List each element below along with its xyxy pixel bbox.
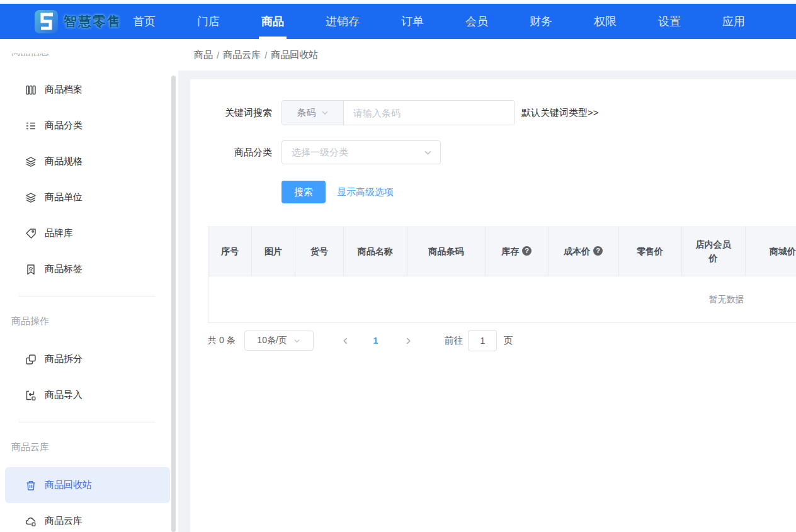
- nav-item-product[interactable]: 商品: [261, 4, 284, 39]
- category-row: 商品分类 选择一级分类: [208, 140, 796, 164]
- prev-page-button[interactable]: [341, 337, 350, 345]
- sidebar-scrollbar[interactable]: [171, 76, 176, 532]
- keyword-search-group: 条码: [281, 100, 515, 125]
- show-advanced-options-link[interactable]: 显示高级选项: [337, 186, 394, 198]
- page-size-value: 10条/页: [257, 335, 287, 346]
- sidebar-item-product-tags[interactable]: 商品标签: [5, 251, 170, 287]
- bookmark-star-icon: [25, 264, 37, 275]
- breadcrumb-cloud-library[interactable]: 商品云库: [223, 49, 261, 61]
- import-icon: [25, 390, 37, 401]
- goto-page-suffix: 页: [503, 335, 513, 347]
- breadcrumb-recycle-bin: 商品回收站: [271, 49, 318, 61]
- default-keyword-type-link[interactable]: 默认关键词类型>>: [521, 107, 599, 119]
- nav-menu: 首页 门店 商品 进销存 订单 会员 财务 权限 设置 应用: [133, 4, 745, 39]
- content-gap: [178, 71, 796, 79]
- breadcrumb-product[interactable]: 商品: [194, 49, 213, 61]
- sidebar-item-product-cloud-library[interactable]: 商品云库: [5, 503, 170, 532]
- top-navbar: 智慧零售 首页 门店 商品 进销存 订单 会员 财务 权限 设置 应用: [0, 4, 796, 39]
- sidebar-item-product-archive[interactable]: 商品档案: [5, 72, 170, 108]
- col-barcode: 商品条码: [407, 226, 486, 276]
- nav-item-finance[interactable]: 财务: [530, 4, 552, 39]
- content-card: 关键词搜索 条码 默认关键词类型>> 商品分类 选择一级分类: [190, 79, 796, 532]
- page-size-select[interactable]: 10条/页: [244, 331, 314, 351]
- current-page-number[interactable]: 1: [373, 336, 378, 346]
- sidebar-item-label: 商品规格: [45, 156, 82, 167]
- sidebar-item-label: 商品档案: [45, 84, 82, 96]
- help-icon[interactable]: ?: [593, 246, 603, 256]
- category-label: 商品分类: [208, 147, 272, 159]
- sidebar-item-label: 商品标签: [45, 263, 82, 275]
- chevron-down-icon: [424, 149, 432, 157]
- sidebar-section-label-clipped: 商品信息: [0, 39, 178, 72]
- split-icon: [25, 354, 37, 365]
- keyword-search-row: 关键词搜索 条码 默认关键词类型>>: [208, 100, 796, 125]
- layers-icon: [25, 192, 37, 203]
- sidebar-item-label: 商品回收站: [45, 479, 92, 491]
- tag-icon: [25, 228, 37, 239]
- breadcrumb-separator: /: [217, 50, 219, 60]
- chevron-down-icon: [293, 337, 300, 344]
- nav-item-members[interactable]: 会员: [465, 4, 488, 39]
- col-cost-price: 成本价 ?: [549, 226, 619, 276]
- keyword-type-select[interactable]: 条码: [282, 101, 344, 125]
- nav-item-apps[interactable]: 应用: [722, 4, 745, 39]
- category-placeholder: 选择一级分类: [292, 147, 348, 159]
- category-select[interactable]: 选择一级分类: [281, 140, 441, 164]
- next-page-button[interactable]: [404, 337, 412, 345]
- help-icon[interactable]: ?: [522, 246, 532, 256]
- sidebar-section-label: 商品操作: [11, 314, 178, 327]
- search-button[interactable]: 搜索: [281, 181, 326, 203]
- keyword-search-input[interactable]: [344, 101, 515, 125]
- product-table: 序号 图片 货号 商品名称 商品条码 库存 ? 成本价 ? 零售: [208, 226, 796, 323]
- nav-item-home[interactable]: 首页: [133, 4, 156, 39]
- col-index: 序号: [208, 226, 252, 276]
- nav-item-permissions[interactable]: 权限: [594, 4, 617, 39]
- sidebar-item-product-import[interactable]: 商品导入: [5, 377, 170, 413]
- sidebar-item-product-unit[interactable]: 商品单位: [5, 179, 170, 215]
- archive-books-icon: [25, 84, 37, 96]
- nav-item-store[interactable]: 门店: [197, 4, 220, 39]
- sidebar-item-product-split[interactable]: 商品拆分: [5, 341, 170, 377]
- nav-item-orders[interactable]: 订单: [401, 4, 424, 39]
- sidebar-item-label: 商品拆分: [45, 353, 82, 365]
- breadcrumb: 商品 / 商品云库 / 商品回收站: [178, 39, 796, 71]
- pagination: 共 0 条 10条/页 1 前往 页: [208, 330, 796, 351]
- chevron-left-icon: [341, 337, 350, 345]
- sidebar-item-label: 商品单位: [45, 191, 82, 203]
- chevron-right-icon: [404, 337, 412, 345]
- sidebar-section-label: 商品云库: [11, 440, 178, 453]
- category-list-icon: [25, 120, 37, 132]
- app-logo[interactable]: 智慧零售: [0, 10, 122, 33]
- sidebar-item-label: 商品导入: [45, 389, 82, 401]
- table-header-row: 序号 图片 货号 商品名称 商品条码 库存 ? 成本价 ? 零售: [208, 226, 796, 276]
- col-item-no: 货号: [295, 226, 344, 276]
- nav-item-settings[interactable]: 设置: [658, 4, 681, 39]
- sidebar-item-label: 商品分类: [45, 120, 82, 132]
- col-member-price: 店内会员价: [682, 226, 746, 276]
- col-mall-price: 商城价: [746, 226, 796, 276]
- sidebar-item-product-spec[interactable]: 商品规格: [5, 144, 170, 179]
- sidebar-item-product-category[interactable]: 商品分类: [5, 108, 170, 144]
- sidebar-item-brand-library[interactable]: 品牌库: [5, 215, 170, 251]
- col-image: 图片: [252, 226, 295, 276]
- cloud-icon: [25, 516, 37, 527]
- sidebar-item-label: 商品云库: [45, 515, 82, 527]
- sidebar-divider: [19, 422, 156, 422]
- actions-row: 搜索 显示高级选项: [208, 181, 796, 203]
- logo-icon: [35, 10, 58, 33]
- keyword-search-label: 关键词搜索: [208, 107, 272, 119]
- layers-icon: [25, 156, 37, 167]
- sidebar: 商品信息 商品档案 商品分类 商品规格 商品单位: [0, 39, 178, 532]
- logo-text: 智慧零售: [64, 13, 122, 30]
- keyword-type-value: 条码: [297, 107, 316, 119]
- col-product-name: 商品名称: [344, 226, 407, 276]
- goto-page-input[interactable]: [468, 330, 497, 351]
- pagination-total: 共 0 条: [208, 335, 236, 346]
- col-retail-price: 零售价: [619, 226, 682, 276]
- nav-item-inventory[interactable]: 进销存: [326, 4, 360, 39]
- chevron-down-icon: [321, 109, 329, 116]
- sidebar-item-product-recycle-bin[interactable]: 商品回收站: [5, 467, 170, 503]
- goto-page-label: 前往: [444, 335, 463, 347]
- col-stock: 库存 ?: [486, 226, 549, 276]
- trash-icon: [25, 480, 37, 491]
